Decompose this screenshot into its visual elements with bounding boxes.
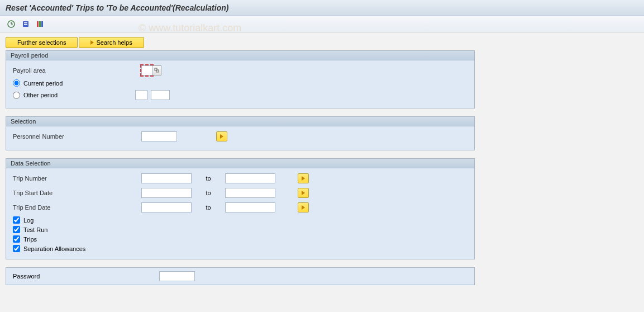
svg-rect-6 bbox=[37, 21, 39, 27]
trip-end-to-input[interactable] bbox=[225, 202, 275, 212]
payroll-period-title: Payroll period bbox=[6, 51, 474, 60]
log-checkbox[interactable] bbox=[13, 216, 20, 224]
trip-start-from-input[interactable] bbox=[141, 188, 192, 198]
trips-label: Trips bbox=[23, 236, 37, 243]
trip-start-to-input[interactable] bbox=[225, 188, 275, 198]
data-selection-group: Data Selection Trip Number to Trip Start… bbox=[6, 158, 475, 259]
other-period-input-a[interactable] bbox=[135, 90, 147, 100]
page-title: Reset 'Accounted' Trips to 'To be Accoun… bbox=[0, 0, 644, 16]
trip-number-to-input[interactable] bbox=[225, 173, 275, 183]
personnel-number-input[interactable] bbox=[141, 131, 177, 141]
arrow-right-icon bbox=[220, 134, 223, 139]
trip-end-label: Trip End Date bbox=[13, 204, 141, 211]
svg-rect-4 bbox=[24, 22, 27, 23]
personnel-number-label: Personnel Number bbox=[13, 133, 141, 140]
test-run-checkbox[interactable] bbox=[13, 226, 20, 233]
search-helps-button[interactable]: Search helps bbox=[79, 37, 144, 48]
other-period-radio[interactable] bbox=[13, 92, 20, 99]
arrow-right-icon bbox=[302, 176, 305, 181]
password-label: Password bbox=[13, 273, 159, 280]
payroll-period-group: Payroll period Payroll area Current peri… bbox=[6, 50, 475, 108]
password-row: Password bbox=[6, 267, 475, 285]
password-input[interactable] bbox=[159, 271, 195, 281]
to-label: to bbox=[192, 204, 225, 211]
selection-group: Selection Personnel Number bbox=[6, 116, 475, 150]
multi-select-button[interactable] bbox=[216, 131, 227, 141]
svg-rect-8 bbox=[41, 21, 43, 27]
sep-allowances-checkbox[interactable] bbox=[13, 245, 20, 252]
arrow-right-icon bbox=[302, 205, 305, 210]
app-toolbar bbox=[0, 16, 644, 32]
trip-end-from-input[interactable] bbox=[141, 202, 192, 212]
multi-select-button[interactable] bbox=[298, 202, 309, 212]
multi-select-button[interactable] bbox=[298, 173, 309, 183]
current-period-label: Current period bbox=[23, 80, 63, 87]
arrow-right-icon bbox=[90, 40, 94, 45]
current-period-radio[interactable] bbox=[13, 79, 20, 87]
to-label: to bbox=[192, 175, 225, 182]
payroll-area-label: Payroll area bbox=[13, 67, 141, 74]
trip-number-from-input[interactable] bbox=[141, 173, 192, 183]
trips-checkbox[interactable] bbox=[13, 235, 20, 243]
trip-start-label: Trip Start Date bbox=[13, 190, 141, 196]
other-period-input-b[interactable] bbox=[151, 90, 170, 100]
columns-icon[interactable] bbox=[35, 18, 46, 30]
execute-icon[interactable] bbox=[6, 18, 17, 30]
test-run-label: Test Run bbox=[23, 226, 47, 233]
content-area: Further selections Search helps Payroll … bbox=[0, 32, 644, 290]
other-period-label: Other period bbox=[23, 92, 133, 98]
button-row: Further selections Search helps bbox=[6, 37, 638, 48]
trip-number-label: Trip Number bbox=[13, 175, 141, 182]
data-selection-title: Data Selection bbox=[6, 159, 474, 168]
log-label: Log bbox=[23, 217, 34, 224]
variant-icon[interactable] bbox=[20, 18, 31, 30]
f4-help-button[interactable] bbox=[152, 65, 161, 75]
to-label: to bbox=[192, 190, 225, 196]
selection-title: Selection bbox=[6, 117, 474, 126]
svg-rect-5 bbox=[24, 24, 27, 25]
sep-allowances-label: Separation Allowances bbox=[23, 245, 85, 252]
further-selections-button[interactable]: Further selections bbox=[6, 37, 78, 48]
multi-select-button[interactable] bbox=[298, 188, 309, 198]
payroll-area-input[interactable] bbox=[141, 65, 152, 75]
arrow-right-icon bbox=[302, 191, 305, 195]
svg-rect-7 bbox=[39, 21, 41, 27]
